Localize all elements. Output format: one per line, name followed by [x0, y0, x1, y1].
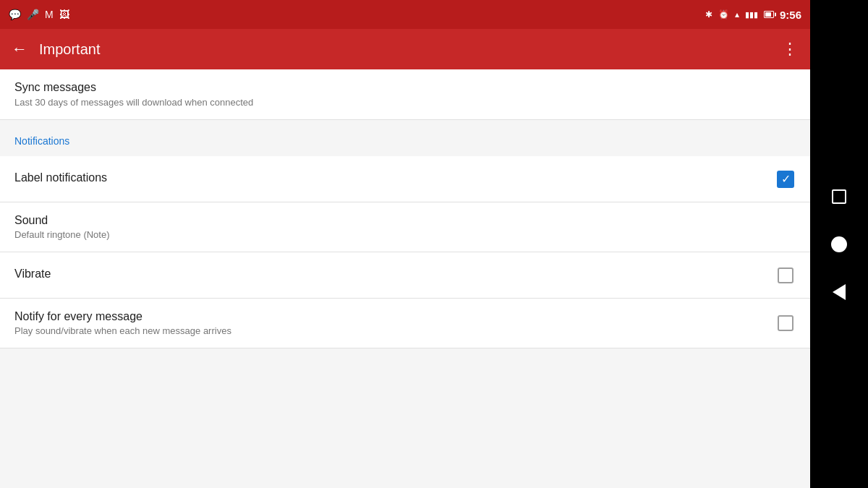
home-button[interactable]	[826, 231, 852, 257]
notifications-header-text: Notifications	[14, 135, 69, 147]
notifications-section-header: Notifications	[0, 120, 810, 156]
label-notifications-row[interactable]: Label notifications ✓	[0, 156, 810, 202]
checkbox-unchecked-icon-2[interactable]	[778, 315, 793, 331]
sync-messages-subtitle: Last 30 days of messages will download w…	[14, 97, 796, 108]
sound-content: Sound Default ringtone (Note)	[14, 214, 796, 240]
vibrate-row[interactable]: Vibrate	[0, 252, 810, 299]
nav-bar	[810, 0, 868, 488]
status-bar: 💬 🎤 M 🖼 ✱ ⏰ ▴ ▮▮▮ 9:56	[0, 0, 810, 29]
sync-messages-title: Sync messages	[14, 81, 796, 94]
bluetooth-icon: ✱	[705, 9, 712, 20]
image-icon: 🖼	[59, 9, 69, 20]
time-display: 9:56	[780, 9, 801, 21]
sound-subtitle: Default ringtone (Note)	[14, 229, 796, 240]
notify-every-message-row[interactable]: Notify for every message Play sound/vibr…	[0, 299, 810, 348]
notify-every-message-checkbox[interactable]	[775, 313, 796, 333]
home-icon	[831, 236, 847, 252]
app-bar-left: ← Important	[12, 40, 100, 59]
checkbox-checked-icon[interactable]: ✓	[777, 171, 794, 188]
vibrate-content: Vibrate	[14, 267, 775, 283]
status-bar-right: ✱ ⏰ ▴ ▮▮▮ 9:56	[705, 9, 801, 21]
checkbox-unchecked-icon[interactable]	[778, 267, 793, 283]
label-notifications-checkbox[interactable]: ✓	[775, 169, 796, 189]
recent-apps-button[interactable]	[826, 184, 852, 210]
recent-apps-icon	[832, 189, 846, 204]
label-notifications-content: Label notifications	[14, 171, 775, 187]
settings-content: Sync messages Last 30 days of messages w…	[0, 69, 810, 488]
message-icon: 💬	[9, 9, 21, 20]
sync-messages-item[interactable]: Sync messages Last 30 days of messages w…	[0, 69, 810, 120]
alarm-icon: ⏰	[718, 9, 729, 20]
back-nav-button[interactable]	[826, 279, 852, 305]
more-options-button[interactable]: ⋮	[782, 40, 799, 59]
notify-every-message-subtitle: Play sound/vibrate when each new message…	[14, 325, 775, 336]
signal-icon: ▮▮▮	[745, 10, 758, 20]
sound-row[interactable]: Sound Default ringtone (Note)	[0, 202, 810, 252]
status-bar-left: 💬 🎤 M 🖼	[9, 9, 69, 20]
notify-every-message-content: Notify for every message Play sound/vibr…	[14, 310, 775, 336]
sound-title: Sound	[14, 214, 796, 227]
app-bar-title: Important	[39, 41, 100, 58]
label-notifications-title: Label notifications	[14, 171, 775, 184]
vibrate-title: Vibrate	[14, 267, 775, 281]
notify-every-message-title: Notify for every message	[14, 310, 775, 323]
back-button[interactable]: ←	[12, 40, 27, 59]
app-bar: ← Important ⋮	[0, 29, 810, 69]
tune-icon: 🎤	[27, 9, 39, 20]
battery-icon	[764, 11, 774, 18]
wifi-icon: ▴	[735, 9, 739, 20]
gmail-icon: M	[45, 9, 54, 20]
vibrate-checkbox[interactable]	[775, 265, 796, 286]
back-nav-icon	[833, 284, 846, 300]
